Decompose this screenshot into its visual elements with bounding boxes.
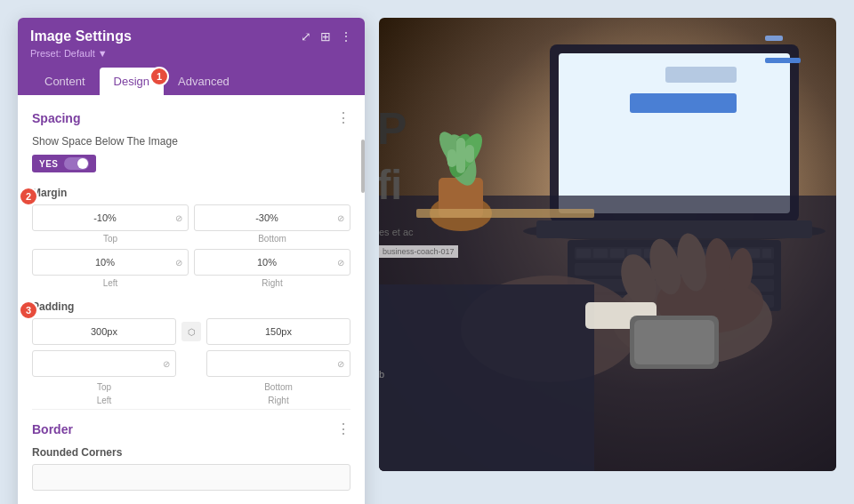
padding-bottom-input[interactable]: 150px [206, 318, 350, 345]
margin-right-value: 10% [200, 257, 334, 268]
padding-link-button[interactable]: ⬡ [181, 322, 201, 341]
more-icon[interactable]: ⋮ [340, 29, 352, 44]
svg-rect-4 [630, 93, 737, 113]
preset-label: Preset: Default [30, 48, 95, 59]
badge-1: 1 [149, 67, 169, 86]
padding-left-right-row: ⊘ ⊘ [32, 350, 350, 377]
margin-bottom-cell: -30% ⊘ Bottom [194, 204, 350, 244]
padding-left-label: Left [32, 396, 176, 405]
margin-label: Margin [32, 187, 350, 199]
tab-advanced[interactable]: Advanced [164, 68, 244, 95]
margin-left-value: 10% [38, 257, 172, 268]
margin-left-input[interactable]: 10% ⊘ [32, 249, 189, 276]
toggle-switch[interactable] [64, 157, 89, 170]
padding-bottom-value: 150px [213, 326, 344, 337]
toggle-row: YES [32, 155, 350, 172]
margin-bottom-input[interactable]: -30% ⊘ [194, 204, 350, 231]
badge-3: 3 [19, 300, 38, 320]
background-text-p: P [379, 107, 407, 151]
margin-top-link-icon: ⊘ [175, 213, 182, 223]
padding-label: Padding [32, 300, 350, 313]
padding-labels-2: Left Right [32, 396, 350, 405]
margin-section: 2 Margin -10% ⊘ Top -30% ⊘ Bottom [32, 187, 350, 288]
spacing-menu-icon[interactable]: ⋮ [336, 109, 350, 126]
border-section: Border ⋮ Rounded Corners [32, 409, 350, 491]
margin-right-cell: 10% ⊘ Right [194, 249, 350, 288]
panel-header-icons: ⤢ ⊞ ⋮ [301, 29, 352, 44]
tab-content[interactable]: Content [30, 68, 100, 95]
preset-arrow: ▼ [98, 48, 108, 59]
margin-left-cell: 10% ⊘ Left [32, 249, 189, 288]
spacing-section-header: Spacing ⋮ [32, 109, 350, 126]
yes-toggle[interactable]: YES [32, 155, 96, 172]
margin-bottom-label: Bottom [258, 234, 286, 244]
show-space-label: Show Space Below The Image [32, 135, 350, 148]
overlay-button-2 [765, 58, 801, 63]
rounded-corners-label: Rounded Corners [32, 446, 350, 459]
panel-title: Image Settings [30, 28, 132, 44]
panel-header: Image Settings ⤢ ⊞ ⋮ Preset: Default ▼ C… [18, 18, 365, 95]
margin-bottom-link-icon: ⊘ [337, 213, 344, 223]
padding-top-input[interactable]: 300px [32, 318, 176, 345]
margin-grid: -10% ⊘ Top -30% ⊘ Bottom 10% ⊘ [32, 204, 350, 288]
svg-rect-42 [456, 138, 465, 173]
padding-left-input[interactable]: ⊘ [32, 350, 176, 377]
border-menu-icon[interactable]: ⋮ [336, 420, 350, 437]
margin-left-label: Left [103, 278, 118, 288]
padding-top-value: 300px [38, 326, 170, 337]
rounded-corners-input[interactable] [32, 464, 350, 491]
background-text-fi: fi [379, 164, 402, 205]
panel-header-top: Image Settings ⤢ ⊞ ⋮ [30, 28, 352, 44]
padding-left-icon: ⊘ [163, 359, 170, 369]
svg-rect-3 [665, 67, 737, 83]
panel-body: Spacing ⋮ Show Space Below The Image YES… [18, 95, 365, 504]
padding-right-input[interactable]: ⊘ [206, 350, 350, 377]
padding-right-label: Right [206, 396, 350, 405]
margin-right-input[interactable]: 10% ⊘ [194, 249, 350, 276]
padding-labels: Top Bottom [32, 382, 350, 392]
svg-rect-47 [634, 320, 714, 364]
padding-section: 3 Padding 300px ⬡ 150px ⊘ [32, 300, 350, 405]
margin-bottom-value: -30% [200, 212, 334, 223]
border-section-header: Border ⋮ [32, 420, 350, 437]
image-settings-panel: Image Settings ⤢ ⊞ ⋮ Preset: Default ▼ C… [18, 18, 365, 504]
padding-top-label: Top [32, 382, 176, 392]
margin-top-cell: -10% ⊘ Top [32, 204, 189, 244]
image-area: P fi es et ac b business-coach-017 [379, 18, 836, 471]
padding-bottom-label: Bottom [206, 382, 350, 392]
background-text-sub1: es et ac [379, 227, 414, 237]
grid-icon[interactable]: ⊞ [320, 29, 331, 44]
background-image [379, 18, 836, 471]
svg-rect-44 [465, 145, 474, 163]
panel-tabs: Content Design Advanced [30, 68, 352, 95]
svg-rect-45 [416, 209, 594, 218]
spacing-title: Spacing [32, 111, 80, 125]
margin-top-value: -10% [38, 212, 172, 223]
border-title: Border [32, 422, 73, 436]
margin-right-link-icon: ⊘ [337, 258, 344, 268]
expand-icon[interactable]: ⤢ [301, 29, 311, 44]
margin-right-label: Right [262, 278, 282, 288]
background-text-sub2: b [379, 369, 384, 380]
padding-top-bottom-row: 300px ⬡ 150px [32, 318, 350, 345]
margin-left-link-icon: ⊘ [175, 258, 182, 268]
badge-2: 2 [19, 187, 38, 206]
margin-top-input[interactable]: -10% ⊘ [32, 204, 189, 231]
toggle-label: YES [39, 159, 59, 169]
padding-right-icon: ⊘ [337, 359, 344, 369]
panel-preset[interactable]: Preset: Default ▼ [30, 48, 352, 59]
image-filename: business-coach-017 [379, 245, 458, 258]
margin-top-label: Top [103, 234, 117, 244]
svg-rect-43 [447, 149, 456, 167]
overlay-button-1 [765, 36, 783, 41]
svg-rect-34 [379, 284, 594, 471]
